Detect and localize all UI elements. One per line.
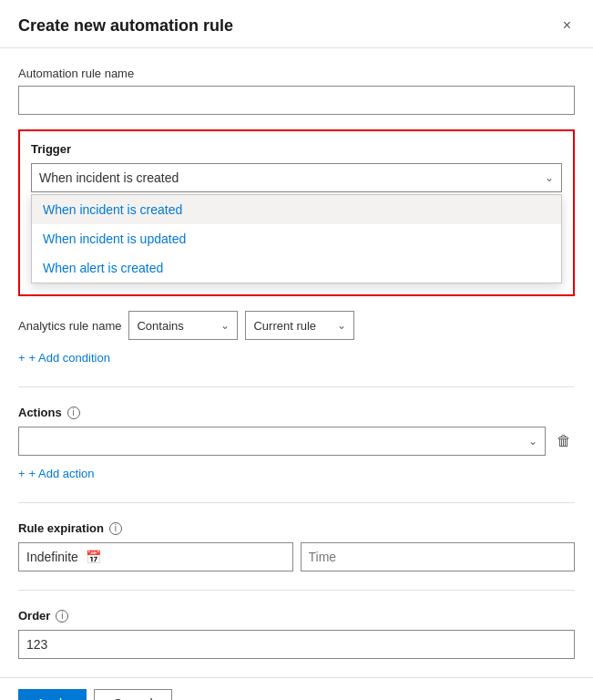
modal-body: Automation rule name Trigger When incide…: [0, 48, 593, 677]
modal-dialog: Create new automation rule × Automation …: [0, 0, 593, 700]
add-action-icon: +: [18, 467, 26, 480]
expiration-title: Rule expiration: [18, 521, 104, 535]
conditions-area: Analytics rule name Contains ⌄ Current r…: [18, 311, 575, 368]
condition-row: Analytics rule name Contains ⌄ Current r…: [18, 311, 575, 340]
actions-section: Actions i ⌄ 🗑 + + Add action: [18, 406, 575, 484]
order-input[interactable]: [18, 630, 575, 659]
trigger-chevron-icon: ⌄: [545, 171, 554, 184]
order-info-icon: i: [56, 610, 68, 623]
divider-1: [18, 386, 575, 387]
trigger-dropdown-container: When incident is created ⌄ When incident…: [31, 163, 562, 283]
trigger-section: Trigger When incident is created ⌄ When …: [18, 129, 575, 296]
add-action-label: + Add action: [29, 467, 95, 480]
condition-field-label: Analytics rule name: [18, 319, 121, 333]
actions-header: Actions i: [18, 406, 575, 419]
expiration-time-input[interactable]: [301, 542, 576, 571]
automation-rule-name-field: Automation rule name: [18, 67, 575, 115]
order-header: Order i: [18, 609, 575, 623]
condition-value-dropdown[interactable]: Current rule ⌄: [245, 311, 354, 340]
actions-info-icon: i: [67, 407, 80, 419]
expiration-info-icon: i: [109, 522, 122, 535]
cancel-button[interactable]: Cancel: [94, 689, 172, 700]
condition-operator-dropdown[interactable]: Contains ⌄: [128, 311, 238, 340]
trigger-dropdown-options: When incident is created When incident i…: [31, 194, 562, 283]
trigger-selected-value: When incident is created: [39, 170, 179, 185]
close-button[interactable]: ×: [559, 15, 575, 36]
condition-value-text: Current rule: [253, 319, 316, 333]
rule-expiration-section: Rule expiration i Indefinite 📅: [18, 521, 575, 571]
calendar-icon: 📅: [86, 550, 101, 564]
expiration-header: Rule expiration i: [18, 521, 575, 535]
trigger-label: Trigger: [31, 142, 562, 156]
actions-row: ⌄ 🗑: [18, 427, 575, 456]
add-action-button[interactable]: + + Add action: [18, 463, 95, 484]
modal-footer: Apply Cancel: [0, 677, 593, 700]
condition-operator-value: Contains: [137, 319, 183, 333]
expiration-date-button[interactable]: Indefinite 📅: [18, 542, 293, 571]
trigger-option-3[interactable]: When alert is created: [32, 253, 561, 283]
order-title: Order: [18, 609, 50, 623]
apply-button[interactable]: Apply: [18, 689, 87, 700]
trigger-dropdown-button[interactable]: When incident is created ⌄: [31, 163, 562, 192]
modal-title: Create new automation rule: [18, 16, 233, 36]
condition-value-chevron-icon: ⌄: [337, 319, 346, 332]
expiration-date-value: Indefinite: [26, 550, 78, 564]
action-chevron-icon: ⌄: [528, 435, 537, 448]
add-condition-icon: +: [18, 351, 26, 365]
add-condition-button[interactable]: + + Add condition: [18, 347, 110, 368]
modal-header: Create new automation rule ×: [0, 0, 593, 48]
actions-title: Actions: [18, 406, 62, 419]
expiration-row: Indefinite 📅: [18, 542, 575, 571]
action-delete-button[interactable]: 🗑: [553, 429, 575, 453]
condition-operator-chevron-icon: ⌄: [220, 319, 230, 332]
automation-rule-name-input[interactable]: [18, 86, 575, 115]
divider-3: [18, 590, 575, 591]
trigger-option-1[interactable]: When incident is created: [32, 195, 561, 224]
automation-rule-name-label: Automation rule name: [18, 67, 575, 80]
trigger-option-2[interactable]: When incident is updated: [32, 224, 561, 253]
add-condition-label: + Add condition: [29, 351, 110, 365]
action-dropdown-button[interactable]: ⌄: [18, 427, 546, 456]
divider-2: [18, 502, 575, 503]
order-section: Order i: [18, 609, 575, 659]
